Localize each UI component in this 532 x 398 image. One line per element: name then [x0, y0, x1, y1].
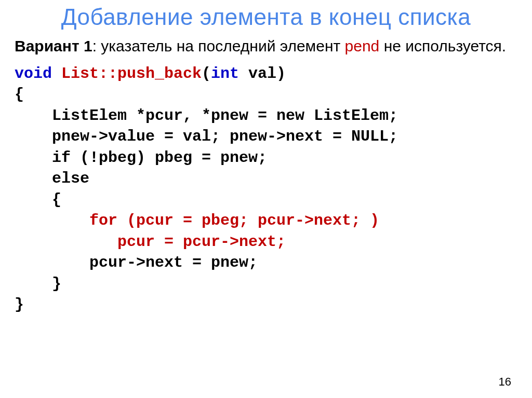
brace-open: {	[15, 86, 24, 103]
fn-name: List::push_back	[52, 65, 202, 83]
pend-keyword: pend	[345, 37, 380, 54]
line-8: for (pcur = pbeg; pcur->next; )	[15, 212, 379, 229]
paren-open: (	[202, 65, 211, 83]
desc-colon: :	[92, 37, 101, 54]
variant-label: Вариант 1	[15, 37, 92, 54]
line-5: if (!pbeg) pbeg = pnew;	[15, 149, 267, 167]
desc-text-1: указатель на последний элемент	[101, 37, 344, 54]
code-block: void List::push_back(int val) { ListElem…	[15, 63, 517, 315]
line-11: }	[15, 275, 61, 293]
kw-int: int	[211, 65, 239, 83]
slide-title: Добавление элемента в конец списка	[15, 4, 517, 30]
line-4: pnew->value = val; pnew->next = NULL;	[15, 128, 398, 145]
description: Вариант 1: указатель на последний элемен…	[15, 36, 517, 56]
param-val: val)	[239, 65, 286, 83]
page-number: 16	[499, 375, 511, 389]
line-10: pcur->next = pnew;	[15, 254, 258, 271]
line-7: {	[15, 191, 61, 209]
line-6: else	[15, 170, 89, 187]
line-9: pcur = pcur->next;	[15, 233, 286, 251]
kw-void: void	[15, 65, 52, 83]
desc-text-2: не используется.	[379, 37, 506, 54]
line-3: ListElem *pcur, *pnew = new ListElem;	[15, 107, 398, 125]
slide: Добавление элемента в конец списка Вариа…	[0, 0, 532, 398]
brace-close: }	[15, 296, 24, 313]
